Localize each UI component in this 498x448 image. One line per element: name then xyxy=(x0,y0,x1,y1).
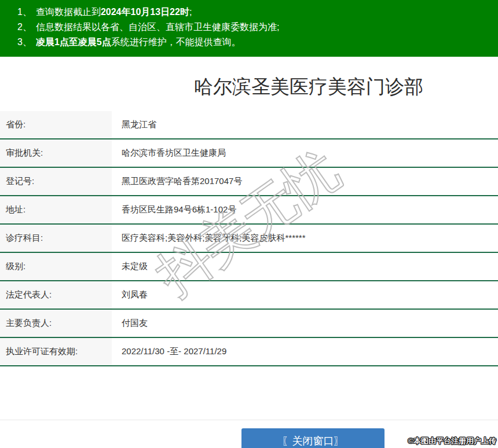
notice-item: 2、信息数据结果以各省、自治区、直辖市卫生健康委数据为准; xyxy=(17,20,492,35)
notice-banner: 1、查询数据截止到2024年10月13日22时;2、信息数据结果以各省、自治区、… xyxy=(0,0,498,57)
table-row: 法定代表人:刘凤春 xyxy=(0,281,498,310)
row-label: 登记号: xyxy=(0,168,112,195)
row-value: 刘凤春 xyxy=(112,281,498,309)
notice-item: 3、凌晨1点至凌晨5点系统进行维护，不能提供查询。 xyxy=(17,35,492,50)
notice-item-text: 系统进行维护，不能提供查询。 xyxy=(111,37,241,47)
row-label: 省份: xyxy=(0,111,112,138)
notice-item-number: 2、 xyxy=(17,22,32,32)
row-value: 黑卫医政营字哈香第2017047号 xyxy=(112,168,498,195)
row-value: 未定级 xyxy=(112,253,498,280)
notice-item-number: 3、 xyxy=(17,37,32,47)
table-row: 审批机关:哈尔滨市香坊区卫生健康局 xyxy=(0,139,498,168)
row-value: 哈尔滨市香坊区卫生健康局 xyxy=(112,139,498,167)
uploader-note: ©本图由平台注册用户上传 xyxy=(408,436,496,446)
footer-divider xyxy=(0,420,498,420)
row-value: 2022/11/30 -至- 2027/11/29 xyxy=(112,338,498,365)
notice-item-bold-text: 2024年10月13日22时 xyxy=(101,7,189,17)
row-value: 黑龙江省 xyxy=(112,111,498,138)
row-label: 级别: xyxy=(0,253,112,280)
notice-item-text: 信息数据结果以各省、自治区、直辖市卫生健康委数据为准; xyxy=(36,22,279,32)
page-title: 哈尔滨圣美医疗美容门诊部 xyxy=(60,76,498,98)
table-row: 级别:未定级 xyxy=(0,253,498,281)
table-row: 省份:黑龙江省 xyxy=(0,111,498,139)
row-value: 医疗美容科;美容外科;美容牙科;美容皮肤科****** xyxy=(112,225,498,252)
table-row: 地址:香坊区民生路94号6栋1-102号 xyxy=(0,196,498,225)
table-row: 登记号:黑卫医政营字哈香第2017047号 xyxy=(0,168,498,196)
row-value: 付国友 xyxy=(112,310,498,337)
table-row: 主要负责人:付国友 xyxy=(0,310,498,338)
notice-item: 1、查询数据截止到2024年10月13日22时; xyxy=(17,5,492,20)
notice-item-bold-text: 凌晨1点至凌晨5点 xyxy=(36,37,111,47)
row-value: 香坊区民生路94号6栋1-102号 xyxy=(112,196,498,223)
license-detail-page: 1、查询数据截止到2024年10月13日22时;2、信息数据结果以各省、自治区、… xyxy=(0,0,498,366)
notice-item-text: ; xyxy=(189,7,192,17)
row-label: 审批机关: xyxy=(0,139,112,167)
notice-item-number: 1、 xyxy=(17,7,32,17)
notice-item-text: 查询数据截止到 xyxy=(36,7,101,17)
info-table: 省份:黑龙江省审批机关:哈尔滨市香坊区卫生健康局登记号:黑卫医政营字哈香第201… xyxy=(0,111,498,366)
row-label: 法定代表人: xyxy=(0,281,112,309)
table-row: 执业许可证有效期:2022/11/30 -至- 2027/11/29 xyxy=(0,338,498,366)
row-label: 诊疗科目: xyxy=(0,225,112,252)
table-row: 诊疗科目:医疗美容科;美容外科;美容牙科;美容皮肤科****** xyxy=(0,225,498,253)
row-label: 执业许可证有效期: xyxy=(0,338,112,365)
close-window-button[interactable]: 〖关闭窗口〗 xyxy=(241,428,385,448)
row-label: 主要负责人: xyxy=(0,310,112,337)
row-label: 地址: xyxy=(0,196,112,223)
